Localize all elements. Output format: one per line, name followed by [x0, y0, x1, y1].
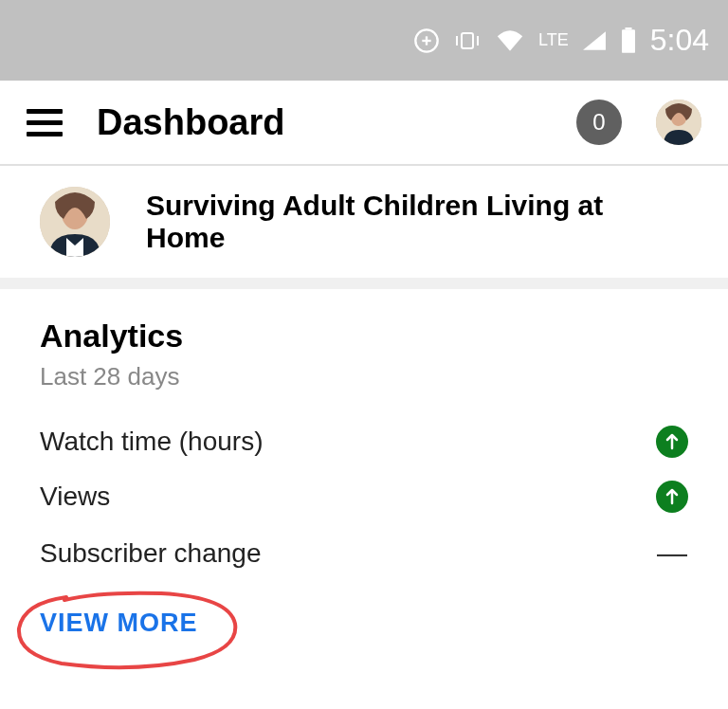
- video-row[interactable]: Surviving Adult Children Living at Home: [0, 166, 728, 289]
- network-label: LTE: [538, 30, 569, 50]
- video-title: Surviving Adult Children Living at Home: [146, 190, 688, 254]
- trend-up-icon: [656, 481, 688, 513]
- svg-rect-7: [622, 29, 635, 53]
- metric-row-subscriber-change[interactable]: Subscriber change —: [40, 524, 688, 582]
- channel-avatar: [40, 187, 110, 257]
- cellular-icon: [582, 30, 607, 51]
- avatar[interactable]: [656, 100, 701, 145]
- battery-icon: [620, 27, 637, 54]
- metric-row-watch-time[interactable]: Watch time (hours): [40, 414, 688, 469]
- svg-rect-3: [462, 33, 473, 48]
- metric-label: Views: [40, 482, 641, 512]
- analytics-title: Analytics: [40, 318, 688, 354]
- metric-row-views[interactable]: Views: [40, 469, 688, 524]
- view-more-container: VIEW MORE: [0, 582, 728, 666]
- status-time: 5:04: [650, 23, 709, 58]
- app-header: Dashboard 0: [0, 81, 728, 166]
- page-title: Dashboard: [97, 102, 542, 143]
- svg-rect-6: [625, 27, 631, 29]
- plus-circle-icon: [413, 27, 440, 54]
- analytics-subtitle: Last 28 days: [40, 362, 688, 391]
- metric-label: Watch time (hours): [40, 427, 641, 457]
- wifi-icon: [495, 29, 525, 52]
- trend-up-icon: [656, 426, 688, 458]
- trend-none-icon: —: [656, 536, 688, 571]
- hamburger-menu-icon[interactable]: [27, 109, 63, 136]
- status-bar: LTE 5:04: [0, 0, 728, 81]
- notification-badge[interactable]: 0: [576, 100, 622, 145]
- analytics-section: Analytics Last 28 days Watch time (hours…: [0, 289, 728, 582]
- vibrate-icon: [453, 31, 482, 50]
- metric-label: Subscriber change: [40, 538, 641, 569]
- view-more-link[interactable]: VIEW MORE: [40, 609, 198, 637]
